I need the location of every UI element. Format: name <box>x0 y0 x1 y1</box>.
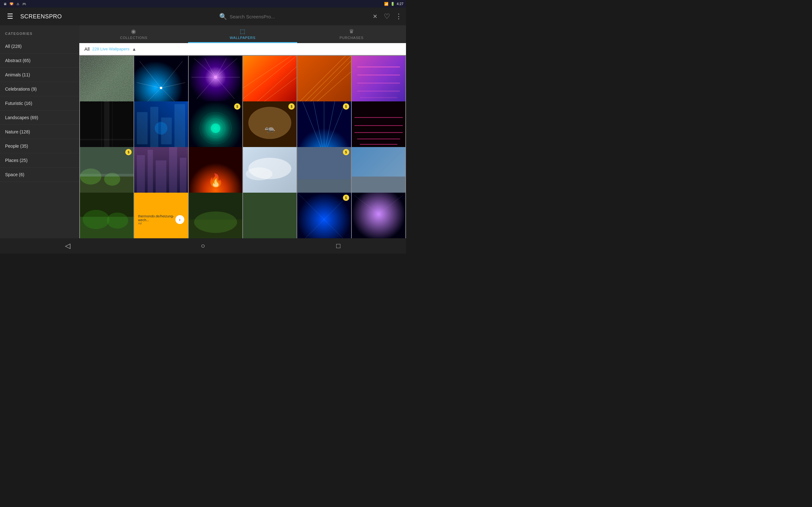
svg-rect-33 <box>357 91 400 92</box>
tab-collections[interactable]: ◉ COLLECTIONS <box>79 25 188 43</box>
tab-purchases[interactable]: ♛ PURCHASES <box>297 25 406 43</box>
tab-collections-label: COLLECTIONS <box>120 36 147 40</box>
sidebar-item-abstract[interactable]: Abstract (65) <box>0 54 79 68</box>
filter-count: 228 Live Wallpapers <box>92 47 130 51</box>
svg-rect-76 <box>180 158 186 193</box>
svg-point-18 <box>214 76 217 79</box>
ad-arrow-button[interactable]: › <box>175 215 184 224</box>
search-input[interactable] <box>230 13 369 20</box>
menu-button[interactable]: ☰ <box>4 10 16 23</box>
sidebar-item-landscapes[interactable]: Landscapes (69) <box>0 111 79 125</box>
svg-point-81 <box>246 167 272 180</box>
svg-rect-44 <box>174 104 185 150</box>
paid-badge: $ <box>234 103 241 110</box>
svg-point-95 <box>107 213 129 229</box>
wallpaper-cell[interactable] <box>243 193 297 238</box>
svg-rect-91 <box>352 147 405 176</box>
svg-rect-34 <box>360 97 397 98</box>
status-bar: 🖥 🌄 ⚠ 🎮 📶 🔋 4:27 <box>0 0 406 8</box>
app-icon-1: 🖥 <box>3 1 8 6</box>
sidebar-item-futuristic[interactable]: Futuristic (16) <box>0 96 79 111</box>
tab-wallpapers[interactable]: ⬚ WALLPAPERS <box>188 25 297 43</box>
wallpaper-grid: $ 🦡 $ <box>79 55 406 238</box>
sidebar-item-celebrations[interactable]: Celebrations (9) <box>0 82 79 96</box>
app-icon-4: 🎮 <box>21 1 27 6</box>
paid-badge: $ <box>343 103 349 110</box>
ad-text: thermondo.de/heizung-wech... <box>138 214 175 222</box>
app-title: SCREENSPRO <box>20 13 62 20</box>
svg-point-8 <box>160 87 162 89</box>
svg-rect-74 <box>156 160 166 193</box>
wallpaper-cell[interactable] <box>352 193 405 238</box>
wifi-icon: 📶 <box>384 2 389 6</box>
clear-search-button[interactable]: ✕ <box>373 13 377 20</box>
sidebar: CATEGORIES All (228) Abstract (65) Anima… <box>0 25 79 238</box>
status-icons-left: 🖥 🌄 ⚠ 🎮 <box>3 1 27 6</box>
collections-icon: ◉ <box>131 28 136 35</box>
bottom-navigation: ◁ ○ □ <box>0 238 406 253</box>
wallpaper-cell[interactable] <box>80 193 134 238</box>
paid-badge: $ <box>343 194 349 201</box>
ad-banner[interactable]: thermondo.de/heizung-wech... Ad › <box>134 193 188 238</box>
svg-rect-72 <box>137 155 145 193</box>
home-button[interactable]: ○ <box>190 238 216 253</box>
svg-text:🔥: 🔥 <box>207 173 223 188</box>
recents-button[interactable]: □ <box>326 238 351 253</box>
favorites-button[interactable]: ♡ <box>384 12 390 20</box>
app-icon-3: ⚠ <box>15 1 20 6</box>
sidebar-item-all[interactable]: All (228) <box>0 39 79 54</box>
svg-rect-101 <box>297 193 351 238</box>
filter-chevron-icon[interactable]: ▲ <box>132 47 136 52</box>
svg-rect-31 <box>357 74 400 75</box>
ad-cell[interactable]: thermondo.de/heizung-wech... Ad › <box>134 193 188 238</box>
svg-rect-41 <box>137 112 148 145</box>
svg-text:🦡: 🦡 <box>264 123 275 133</box>
tab-wallpapers-label: WALLPAPERS <box>230 36 255 40</box>
wallpapers-icon: ⬚ <box>240 28 246 35</box>
content-area: ◉ COLLECTIONS ⬚ WALLPAPERS ♛ PURCHASES A… <box>79 25 406 238</box>
more-options-button[interactable]: ⋮ <box>395 12 402 20</box>
svg-rect-32 <box>357 83 400 83</box>
svg-point-45 <box>155 122 167 135</box>
wallpaper-cell[interactable] <box>189 193 242 238</box>
back-button[interactable]: ◁ <box>55 238 80 253</box>
sidebar-item-places[interactable]: Places (25) <box>0 153 79 168</box>
svg-rect-100 <box>243 193 297 238</box>
ad-label: Ad <box>138 222 175 225</box>
sidebar-item-nature[interactable]: Nature (128) <box>0 125 79 139</box>
search-icon[interactable]: 🔍 <box>219 13 227 20</box>
tab-purchases-label: PURCHASES <box>339 36 363 40</box>
status-time: 4:27 <box>397 2 403 6</box>
filter-bar[interactable]: All 228 Live Wallpapers ▲ <box>79 43 406 55</box>
paid-badge: $ <box>343 149 349 155</box>
top-bar: ☰ SCREENSPRO 🔍 ✕ ♡ ⋮ <box>0 8 406 25</box>
sidebar-item-people[interactable]: People (35) <box>0 139 79 153</box>
search-container: 🔍 <box>219 13 369 20</box>
svg-rect-30 <box>357 66 400 67</box>
tab-bar: ◉ COLLECTIONS ⬚ WALLPAPERS ♛ PURCHASES <box>79 25 406 43</box>
app-icon-2: 🌄 <box>9 1 14 6</box>
filter-label: All <box>84 46 90 52</box>
svg-point-47 <box>211 124 220 133</box>
main-layout: CATEGORIES All (228) Abstract (65) Anima… <box>0 25 406 238</box>
wallpaper-cell[interactable]: $ <box>297 193 351 238</box>
svg-point-98 <box>194 211 237 233</box>
status-right: 📶 🔋 4:27 <box>384 2 403 6</box>
sidebar-categories-title: CATEGORIES <box>0 25 79 39</box>
battery-icon: 🔋 <box>391 2 395 6</box>
svg-rect-39 <box>80 139 134 140</box>
purchases-icon: ♛ <box>349 28 354 35</box>
sidebar-item-space[interactable]: Space (6) <box>0 168 79 182</box>
sidebar-item-animals[interactable]: Animals (11) <box>0 68 79 82</box>
svg-rect-73 <box>148 150 153 198</box>
svg-point-94 <box>83 210 109 229</box>
